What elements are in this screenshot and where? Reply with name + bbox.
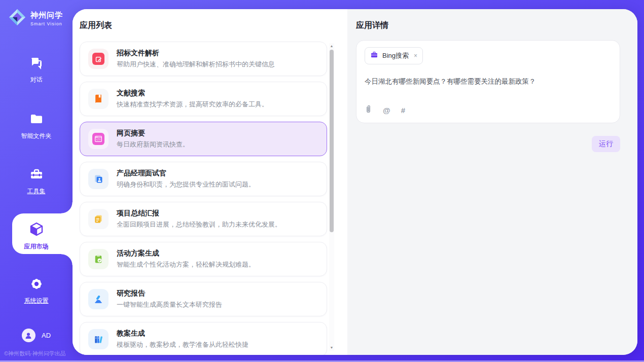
app-card-bid-parse[interactable]: 招标文件解析 帮助用户快速、准确地理解和解析招标书中的关键信息 — [80, 42, 327, 76]
gear-icon — [29, 277, 44, 293]
copyright-footer: ©神州数码·神州问学出品 — [4, 350, 66, 357]
sidebar-item-app-market[interactable]: 应用市场 — [0, 222, 73, 251]
brand-name: 神州问学 — [30, 11, 63, 20]
sidebar-item-label: 系统设置 — [24, 297, 49, 305]
interview-doc-icon — [88, 169, 109, 189]
app-detail-panel: 应用详情 Bing搜索 × 今日湖北有哪些新闻要点？有哪些需要关注的最新政策？ — [347, 9, 637, 355]
chat-icon — [29, 56, 44, 72]
sidebar-item-label: 工具集 — [27, 187, 46, 196]
run-button[interactable]: 运行 — [592, 136, 620, 152]
bubble-notch-top — [61, 202, 73, 213]
toolbox-icon — [29, 167, 44, 184]
sidebar-item-label: 对话 — [30, 76, 43, 84]
app-desc: 模板驱动，教案秒成，教学准备从此轻松快捷 — [117, 340, 248, 349]
app-card-research-report[interactable]: 研究报告 一键智能生成高质量长文本研究报告 — [80, 282, 327, 316]
sidebar-item-label: 应用市场 — [24, 242, 49, 251]
app-card-project-summary[interactable]: 项目总结汇报 全面回顾项目进展，总结经验教训，助力未来优化发展。 — [80, 202, 327, 236]
sidebar-item-smart-folder[interactable]: 智能文件夹 — [0, 112, 73, 140]
app-desc: 快速精准查找学术资源，提高研究效率的必备工具。 — [117, 100, 268, 109]
user-initials: AD — [42, 332, 51, 339]
app-card-webpage-summary[interactable]: </> 网页摘要 每日政府新闻资讯快查。 — [80, 122, 327, 156]
app-card-pm-interviewer[interactable]: 产品经理面试官 明确身份和职责，为您提供专业性的面试问题。 — [80, 162, 327, 196]
avatar — [22, 329, 35, 342]
scrollbar-up-arrow[interactable]: ▲ — [329, 43, 334, 49]
sidebar: 神州问学 Smart Vision 对话 智能文件夹 — [0, 0, 73, 362]
app-name: 网页摘要 — [117, 129, 189, 138]
run-button-row: 运行 — [356, 136, 620, 152]
prompt-input-card[interactable]: Bing搜索 × 今日湖北有哪些新闻要点？有哪些需要关注的最新政策？ @ # — [356, 40, 620, 123]
briefcase-icon — [370, 51, 378, 61]
app-desc: 帮助用户快速、准确地理解和解析招标书中的关键信息 — [117, 60, 275, 69]
app-desc: 一键智能生成高质量长文本研究报告 — [117, 300, 222, 309]
tool-chip-bing-search[interactable]: Bing搜索 × — [365, 47, 423, 64]
app-card-event-plan[interactable]: 活动方案生成 智能生成个性化活动方案，轻松解决规划难题。 — [80, 242, 327, 276]
brand-subtitle: Smart Vision — [30, 21, 63, 26]
app-name: 教案生成 — [117, 329, 248, 338]
books-icon — [88, 329, 109, 349]
mention-icon[interactable]: @ — [383, 106, 390, 115]
microscope-icon — [88, 289, 109, 309]
scrollbar-down-arrow[interactable]: ▼ — [329, 345, 334, 351]
app-card-lesson-plan[interactable]: 教案生成 模板驱动，教案秒成，教学准备从此轻松快捷 — [80, 322, 327, 355]
diamond-logo-icon — [8, 8, 26, 28]
app-list-scrollbar[interactable]: ▲ ▼ — [329, 43, 334, 351]
app-name: 招标文件解析 — [117, 49, 275, 58]
app-name: 研究报告 — [117, 289, 222, 298]
app-desc: 智能生成个性化活动方案，轻松解决规划难题。 — [117, 260, 255, 269]
app-list-title: 应用列表 — [80, 20, 347, 31]
input-toolbar: @ # — [365, 105, 612, 116]
scrollbar-thumb[interactable] — [330, 50, 334, 232]
attachment-icon[interactable] — [365, 105, 372, 116]
tool-chip-label: Bing搜索 — [382, 51, 409, 60]
bubble-notch-bottom — [61, 254, 73, 265]
literature-book-icon — [88, 89, 109, 109]
app-name: 文献搜索 — [117, 89, 268, 98]
sidebar-item-settings[interactable]: 系统设置 — [0, 277, 73, 305]
svg-text:</>: </> — [96, 138, 100, 141]
app-name: 产品经理面试官 — [117, 169, 255, 178]
app-card-literature-search[interactable]: 文献搜索 快速精准查找学术资源，提高研究效率的必备工具。 — [80, 82, 327, 116]
bid-document-icon — [88, 49, 109, 69]
app-list-panel: 应用列表 招标文件解析 帮助用户快速、准确地理解和解析招标书中的关键信息 — [73, 9, 347, 355]
user-account[interactable]: AD — [0, 329, 73, 342]
sidebar-item-label: 智能文件夹 — [21, 132, 52, 140]
app-name: 活动方案生成 — [117, 249, 255, 258]
app-desc: 每日政府新闻资讯快查。 — [117, 140, 189, 149]
chip-close-icon[interactable]: × — [414, 52, 417, 59]
folder-icon — [29, 112, 44, 128]
app-desc: 明确身份和职责，为您提供专业性的面试问题。 — [117, 180, 255, 189]
main-content: 应用列表 招标文件解析 帮助用户快速、准确地理解和解析招标书中的关键信息 — [73, 9, 637, 355]
webpage-code-icon: </> — [88, 129, 109, 149]
app-desc: 全面回顾项目进展，总结经验教训，助力未来优化发展。 — [117, 220, 281, 229]
app-card-list: 招标文件解析 帮助用户快速、准确地理解和解析招标书中的关键信息 文献搜索 快速精… — [80, 42, 327, 355]
query-text[interactable]: 今日湖北有哪些新闻要点？有哪些需要关注的最新政策？ — [365, 77, 612, 87]
app-detail-title: 应用详情 — [356, 20, 620, 31]
brand-logo: 神州问学 Smart Vision — [8, 8, 63, 28]
sidebar-item-chat[interactable]: 对话 — [0, 56, 73, 84]
sidebar-item-toolset[interactable]: 工具集 — [0, 167, 73, 196]
cube-icon — [29, 222, 44, 239]
hashtag-icon[interactable]: # — [401, 106, 405, 115]
clipboard-check-icon — [88, 249, 109, 269]
notes-icon — [88, 209, 109, 229]
app-name: 项目总结汇报 — [117, 209, 281, 218]
